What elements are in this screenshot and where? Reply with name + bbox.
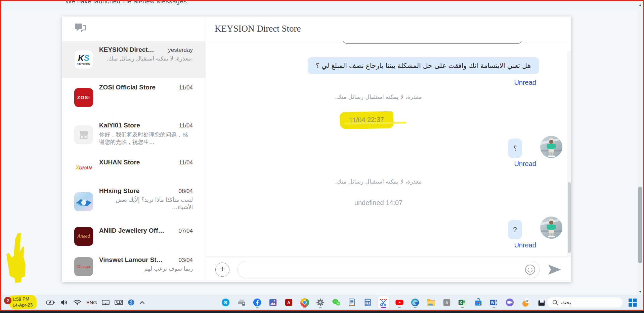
touchpad-icon[interactable] xyxy=(102,300,110,305)
taskbar-app-dark-window[interactable] xyxy=(536,296,547,309)
taskbar-app-edge[interactable] xyxy=(410,296,421,309)
chat-message-area[interactable]: هل تعني الابتسامة انك وافقت على حل المشك… xyxy=(206,41,571,256)
settings-icon xyxy=(316,298,325,307)
taskbar-app-ms-store[interactable] xyxy=(473,296,484,309)
store-avatar-aniid: Aneed xyxy=(74,227,93,246)
chat-scrollbar-thumb[interactable] xyxy=(568,182,571,253)
conversation-item-kaiyi[interactable]: KaiYi01 Store 11/04 你好，我们将及时处理您的问题，感谢您的光… xyxy=(62,116,206,153)
photos-icon xyxy=(268,298,277,307)
unread-link-1[interactable]: Unread xyxy=(514,79,536,86)
language-indicator[interactable]: ENG xyxy=(86,300,97,305)
skype-icon: S xyxy=(221,298,230,307)
taskbar-app-settings[interactable] xyxy=(315,296,326,309)
cutoff-message-bubble xyxy=(343,41,522,44)
taskbar-app-youtube[interactable] xyxy=(394,296,405,309)
clock-highlight: 1:59 PM 14-Apr-23 xyxy=(9,295,37,310)
dark-window-icon xyxy=(537,298,546,307)
page-scrollbar[interactable]: ▲ ▼ xyxy=(637,1,643,295)
taskbar-app-word[interactable]: W xyxy=(488,296,500,309)
attach-plus-button[interactable]: + xyxy=(215,263,229,277)
chevron-up-icon[interactable] xyxy=(139,301,145,304)
svg-text:A: A xyxy=(445,301,448,305)
svg-text:A: A xyxy=(287,300,291,305)
taskbar-app-snipping-tool[interactable] xyxy=(378,296,389,309)
taskbar-app-file-explorer[interactable] xyxy=(425,296,436,309)
store-avatar-hhxing xyxy=(74,192,93,211)
clock-area[interactable]: 2 1:59 PM 14-Apr-23 xyxy=(9,295,37,309)
conversation-texts: KaiYi01 Store 11/04 你好，我们将及时处理您的问题，感谢您的光… xyxy=(99,116,193,146)
taskbar-app-notes[interactable] xyxy=(346,296,357,309)
bluetooth-icon[interactable] xyxy=(128,299,134,306)
battery-charging-icon[interactable] xyxy=(46,300,55,305)
file-explorer-icon xyxy=(426,298,436,307)
word-icon: W xyxy=(489,298,499,307)
conversation-item-zosi[interactable]: ZOSI ZOSI Official Store 11/04 xyxy=(62,78,206,116)
weather-icon: 31° xyxy=(521,298,530,307)
taskbar-apps: SAAXW31° xyxy=(220,295,547,310)
scroll-up-arrow[interactable]: ▲ xyxy=(637,2,643,7)
chat-pane: KEYSION Direct Store هل تعني الابتسامة ا… xyxy=(206,16,571,282)
taskbar-app-facebook[interactable] xyxy=(252,296,263,309)
clock-time: 1:59 PM xyxy=(12,296,33,303)
running-indicator xyxy=(381,307,386,308)
message-preview: ربما سوف ترغب لهم xyxy=(99,265,193,273)
speaker-icon[interactable] xyxy=(60,300,68,305)
taskbar-app-excel[interactable]: X xyxy=(457,296,468,309)
message-composer: + xyxy=(206,256,571,282)
send-icon[interactable] xyxy=(548,264,562,275)
unread-link-3[interactable]: Unread xyxy=(514,241,536,249)
message-preview: 你好，我们将及时处理您的问题，感谢您的光临，祝您生… xyxy=(99,131,193,146)
keyboard-icon[interactable] xyxy=(115,300,123,305)
start-button[interactable] xyxy=(628,298,638,308)
conversation-texts: KEYSION Direct… yesterday :معذرة، لا يمك… xyxy=(99,41,193,63)
conversation-item-xuhan[interactable]: XUHAN XUHAN Store 11/04 xyxy=(62,153,206,182)
unread-link-2[interactable]: Unread xyxy=(514,160,536,168)
message-preview: :معذرة، لا يمكنه استقبال رسائل منك. xyxy=(99,55,193,63)
conversation-item-hhxing[interactable]: HHxing Store 08/04 لست متأكدًا ماذا تريد… xyxy=(62,182,206,222)
wifi-icon[interactable] xyxy=(73,300,81,305)
ms-store-icon xyxy=(474,298,483,307)
taskbar-app-a-app[interactable]: A xyxy=(441,296,452,309)
system-notice-1: معذرة، لا يمكنه استقبال رسائل منك. xyxy=(206,93,551,100)
store-name: KaiYi01 Store xyxy=(99,122,176,129)
conversation-texts: ZOSI Official Store 11/04 xyxy=(99,78,193,91)
taskbar-app-chrome[interactable] xyxy=(299,296,310,309)
store-name: Vinswet Lamour St… xyxy=(99,256,175,264)
chrome-icon xyxy=(300,298,309,307)
running-indicator xyxy=(492,307,496,308)
taskbar-app-acrobat[interactable]: A xyxy=(283,296,294,309)
store-avatar-xuhan: XUHAN xyxy=(74,158,93,177)
snipping-tool-icon xyxy=(379,298,388,307)
taskbar-app-weather[interactable]: 31° xyxy=(520,296,531,309)
top-banner: We have launched the all-new Messages. xyxy=(1,1,637,9)
conversation-texts: Vinswet Lamour St… 03/04 ربما سوف ترغب ل… xyxy=(99,251,193,273)
taskbar-app-calculator[interactable] xyxy=(362,296,373,309)
contact-avatar xyxy=(540,217,562,239)
message-input-wrap[interactable] xyxy=(238,261,540,278)
conversation-item-keysion[interactable]: KSKEYSION KEYSION Direct… yesterday :معذ… xyxy=(62,41,206,78)
chat-header: KEYSION Direct Store xyxy=(206,16,571,41)
taskbar-app-wechat[interactable] xyxy=(331,296,342,309)
scroll-down-arrow[interactable]: ▼ xyxy=(637,289,643,295)
taskbar-search[interactable]: بحث xyxy=(547,297,623,308)
running-indicator xyxy=(414,307,417,308)
message-input[interactable] xyxy=(245,266,524,273)
store-avatar-kaiyi xyxy=(74,125,93,144)
taskbar-app-photos[interactable] xyxy=(267,296,278,309)
message-preview: لست متأكدًا ماذا تريد؟ إلأيك بعض الأشياء… xyxy=(99,196,193,211)
running-indicator xyxy=(461,307,464,308)
taskbar-app-scanner[interactable] xyxy=(236,296,247,309)
conversation-date: yesterday xyxy=(168,47,193,53)
taskbar-app-skype[interactable]: S xyxy=(220,296,231,309)
scanner-icon xyxy=(237,298,246,307)
emoji-icon[interactable] xyxy=(524,264,536,275)
page-scrollbar-thumb[interactable] xyxy=(638,187,642,263)
sidebar-header xyxy=(62,16,206,41)
conversation-item-vinswet[interactable]: Vinswet Vinswet Lamour St… 03/04 ربما سو… xyxy=(62,251,206,282)
youtube-icon xyxy=(395,298,404,307)
conversation-item-aniid[interactable]: Aneed ANIID Jewellery Off… 07/04 xyxy=(62,222,206,251)
chat-scrollbar[interactable] xyxy=(567,51,571,256)
taskbar-app-video-call[interactable] xyxy=(504,296,515,309)
yellow-arrow-annotation xyxy=(5,233,29,288)
store-avatar-vinswet: Vinswet xyxy=(74,257,93,276)
